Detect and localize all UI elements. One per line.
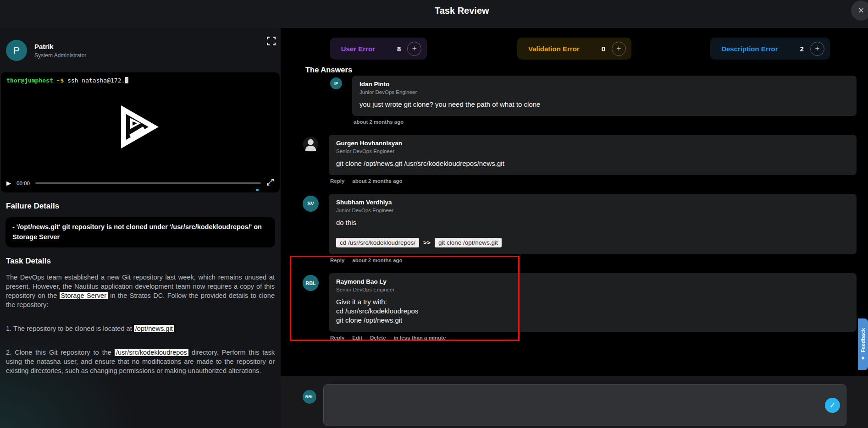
feedback-label: Feedback xyxy=(860,328,866,352)
reply-link[interactable]: Reply xyxy=(330,178,344,184)
comment-composer: RBL ✓ xyxy=(281,376,868,428)
plus-icon[interactable]: + xyxy=(810,42,824,56)
reply-link[interactable]: Reply xyxy=(330,335,344,340)
comment-avatar: SV xyxy=(303,196,319,212)
chip-separator: >> xyxy=(423,239,431,246)
comment-author-role: Junior DevOps Engineer xyxy=(359,89,849,95)
comment-avatar: IP xyxy=(330,77,342,89)
play-logo-icon[interactable] xyxy=(120,104,160,151)
plus-icon[interactable]: + xyxy=(407,42,421,56)
player-fullscreen-icon[interactable] xyxy=(266,178,274,188)
reply-link[interactable]: Reply xyxy=(330,258,344,263)
comment-timestamp: in less than a minute xyxy=(394,335,446,340)
comment-avatar xyxy=(303,137,319,153)
player-progress-bar[interactable] xyxy=(35,182,261,184)
comment-message: do this xyxy=(336,218,849,227)
plus-icon[interactable]: + xyxy=(612,42,626,56)
player-controls: ▶ 00:00 xyxy=(6,178,274,188)
comment-input[interactable] xyxy=(324,384,846,426)
comment-card: Gurgen Hovhannisyan Senior DevOps Engine… xyxy=(329,135,857,175)
avatar: P xyxy=(6,40,27,61)
highlight-storage-server: Storage Server xyxy=(60,292,108,299)
comment-card: Shubham Verdhiya Junior DevOps Engineer … xyxy=(329,194,857,255)
task-paragraph-1: The DevOps team established a new Git re… xyxy=(6,273,275,310)
comment-message-line: cd /usr/src/kodekloudrepos xyxy=(336,307,849,316)
profile-role: System Administrator xyxy=(34,52,86,59)
task-details-heading: Task Details xyxy=(6,257,281,266)
delete-link[interactable]: Delete xyxy=(370,335,386,340)
comment-row-4: RBL Raymond Bao Ly Senior DevOps Enginee… xyxy=(303,273,857,340)
composer-input-wrap: ✓ xyxy=(323,384,846,426)
comment-author: Raymond Bao Ly xyxy=(336,278,849,285)
terminal-command: ssh natasha@172. xyxy=(67,77,125,84)
comment-message-line: you just wrote git clone? you need the p… xyxy=(359,100,849,109)
comment-message: you just wrote git clone? you need the p… xyxy=(359,100,849,109)
comment-footer: ReplyEditDeletein less than a minute xyxy=(330,335,857,340)
error-badge-label: Validation Error xyxy=(528,45,580,53)
comment-row-2: Gurgen Hovhannisyan Senior DevOps Engine… xyxy=(303,135,857,184)
fullscreen-icon[interactable] xyxy=(267,37,276,47)
command-chip: cd /usr/src/kodekloudrepos/ xyxy=(336,238,419,247)
comment-footer: Replyabout 2 months ago xyxy=(330,178,857,184)
comment-card: Idan Pinto Junior DevOps Engineer you ju… xyxy=(352,76,857,116)
error-badge-validation-error: Validation Error 0 + xyxy=(517,38,631,60)
play-button[interactable]: ▶ xyxy=(6,180,11,187)
task-item-1: 1. The repository to be cloned is locate… xyxy=(6,324,275,333)
comment-author: Shubham Verdhiya xyxy=(336,199,849,206)
answers-section: The Answers IP Idan Pinto Junior DevOps … xyxy=(281,66,868,340)
player-time: 00:00 xyxy=(17,181,30,186)
comment-message-line: git clone /opt/news.git /usr/src/kodeklo… xyxy=(336,159,849,168)
failure-details-heading: Failure Details xyxy=(6,202,281,211)
comment-message-line: git clone /opt/news.git xyxy=(336,316,849,325)
comment-timestamp: about 2 months ago xyxy=(352,258,402,263)
error-badges-row: User Error 8 + Validation Error 0 + Desc… xyxy=(281,38,868,60)
error-badge-description-error: Description Error 2 + xyxy=(710,38,830,60)
close-icon[interactable]: × xyxy=(851,0,868,21)
comment-message: git clone /opt/news.git /usr/src/kodeklo… xyxy=(336,159,849,168)
highlight-clone-dir: /usr/src/kodekloudrepos xyxy=(115,349,188,356)
answers-heading: The Answers xyxy=(305,66,868,74)
comment-author: Gurgen Hovhannisyan xyxy=(336,140,849,147)
terminal-symbol: ~$ xyxy=(53,77,67,84)
comment-row-1: IP Idan Pinto Junior DevOps Engineer you… xyxy=(328,76,857,125)
error-badge-count: 8 xyxy=(397,45,401,53)
feedback-tab[interactable]: ✦ Feedback xyxy=(858,318,868,370)
terminal-user: thor@jumphost xyxy=(6,77,53,84)
comment-author: Idan Pinto xyxy=(359,81,849,88)
comment-footer: about 2 months ago xyxy=(354,119,857,125)
resize-indicator xyxy=(256,189,259,191)
command-chips-row: cd /usr/src/kodekloudrepos/>>git clone /… xyxy=(336,238,849,247)
profile-name: Patrik xyxy=(34,43,86,50)
edit-link[interactable]: Edit xyxy=(352,335,362,340)
session-video-player[interactable]: thor@jumphost ~$ ssh natasha@172. ▶ 00:0… xyxy=(1,72,280,192)
task-sidebar: P Patrik System Administrator thor@jumph… xyxy=(0,28,281,428)
error-badge-label: Description Error xyxy=(721,45,778,53)
error-badge-count: 2 xyxy=(800,45,804,53)
comment-row-3: SV Shubham Verdhiya Junior DevOps Engine… xyxy=(303,194,857,263)
error-badge-count: 0 xyxy=(602,45,605,53)
task-item-2: 2. Clone this Git repository to the /usr… xyxy=(6,348,275,375)
comment-author-role: Senior DevOps Engineer xyxy=(336,148,849,154)
comment-footer: Replyabout 2 months ago xyxy=(330,258,857,263)
comment-timestamp: about 2 months ago xyxy=(352,178,402,184)
page-title: Task Review xyxy=(435,5,489,16)
error-badge-user-error: User Error 8 + xyxy=(330,38,427,60)
user-profile: P Patrik System Administrator xyxy=(6,40,281,61)
person-avatar-icon xyxy=(303,136,319,153)
composer-avatar: RBL xyxy=(303,390,316,404)
comment-message-line: do this xyxy=(336,218,849,227)
failure-details-text: - '/opt/news.git' git repository is not … xyxy=(6,217,275,247)
comment-card: Raymond Bao Ly Senior DevOps Engineer Gi… xyxy=(329,273,857,331)
send-button[interactable]: ✓ xyxy=(825,398,840,413)
terminal-cursor xyxy=(125,77,128,83)
comments-list: IP Idan Pinto Junior DevOps Engineer you… xyxy=(281,76,868,340)
comment-author-role: Junior DevOps Engineer xyxy=(336,208,849,213)
comment-author-role: Senior DevOps Engineer xyxy=(336,287,849,292)
highlight-repo-path: /opt/news.git xyxy=(134,325,174,332)
terminal-prompt: thor@jumphost ~$ ssh natasha@172. xyxy=(1,72,280,88)
error-badge-label: User Error xyxy=(341,45,375,53)
command-chip: git clone /opt/news.git xyxy=(435,238,502,247)
comment-message-line: Give it a try with: xyxy=(336,297,849,307)
comment-timestamp: about 2 months ago xyxy=(354,119,404,125)
comment-avatar: RBL xyxy=(303,275,319,291)
